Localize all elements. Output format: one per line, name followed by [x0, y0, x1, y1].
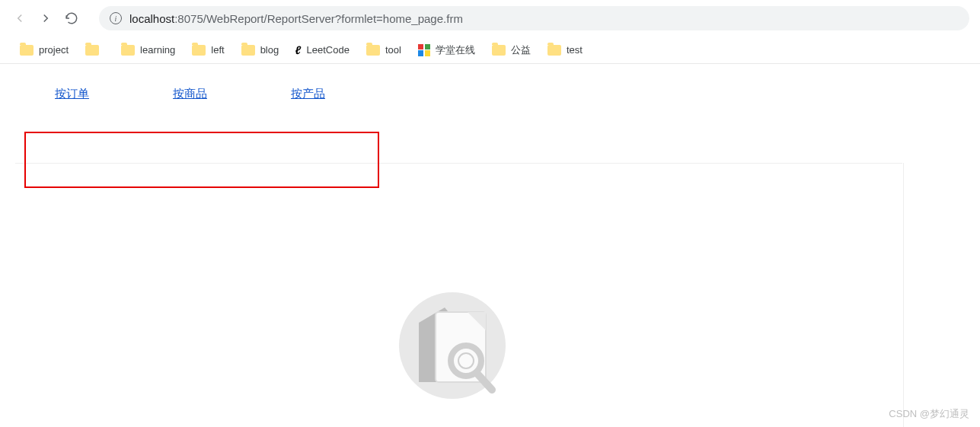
bookmark-tool[interactable]: tool — [362, 41, 406, 59]
url-host: localhost — [129, 12, 174, 25]
tab-by-product[interactable]: 按产品 — [291, 87, 325, 101]
reload-icon — [65, 11, 78, 25]
url-rest: :8075/WebReport/ReportServer?formlet=hom… — [174, 12, 463, 25]
bookmark-label: 公益 — [511, 43, 531, 57]
xuetang-icon — [418, 44, 430, 56]
bookmark-project[interactable]: project — [15, 41, 73, 59]
arrow-right-icon — [39, 11, 53, 25]
bookmark-label: learning — [140, 44, 175, 56]
highlight-box — [24, 132, 379, 188]
browser-toolbar: i localhost:8075/WebReport/ReportServer?… — [0, 0, 980, 37]
folder-icon — [20, 45, 34, 56]
arrow-left-icon — [13, 11, 27, 25]
tab-row: 按订单 按商品 按产品 — [0, 87, 980, 101]
folder-icon — [547, 45, 561, 56]
bookmark-label: test — [567, 44, 583, 56]
folder-icon — [366, 45, 380, 56]
bookmark-label: blog — [260, 44, 279, 56]
bookmark-test[interactable]: test — [543, 41, 587, 59]
folder-icon — [492, 45, 506, 56]
empty-state: 数据没有内容 — [0, 285, 904, 427]
bookmark-blog[interactable]: blog — [237, 41, 284, 59]
folder-icon — [241, 45, 255, 56]
bookmarks-bar: project learning left blog ℓLeetCode too… — [0, 37, 980, 64]
bookmark-label: LeetCode — [307, 44, 350, 56]
reload-button[interactable] — [62, 9, 81, 27]
url-text: localhost:8075/WebReport/ReportServer?fo… — [129, 12, 463, 25]
tab-by-order[interactable]: 按订单 — [55, 87, 89, 101]
bookmark-label: project — [39, 44, 69, 56]
bookmark-label: 学堂在线 — [436, 43, 475, 57]
watermark: CSDN @梦幻通灵 — [889, 407, 969, 421]
folder-icon — [192, 45, 206, 56]
bookmark-gongyi[interactable]: 公益 — [487, 40, 535, 60]
address-bar[interactable]: i localhost:8075/WebReport/ReportServer?… — [99, 6, 969, 30]
bookmark-learning[interactable]: learning — [117, 41, 180, 59]
folder-icon — [85, 45, 99, 56]
leetcode-icon: ℓ — [295, 43, 302, 56]
bookmark-label: tool — [385, 44, 401, 56]
bookmark-unnamed[interactable] — [81, 42, 109, 59]
folder-icon — [121, 45, 135, 56]
forward-button[interactable] — [37, 9, 55, 27]
bookmark-label: left — [211, 44, 224, 56]
tab-by-commodity[interactable]: 按商品 — [173, 87, 207, 101]
bookmark-left[interactable]: left — [187, 41, 228, 59]
bookmark-leetcode[interactable]: ℓLeetCode — [291, 40, 354, 59]
empty-state-icon — [391, 285, 513, 406]
info-icon: i — [110, 12, 122, 24]
page-content: 按订单 按商品 按产品 数据没有内容 — [0, 64, 980, 101]
back-button[interactable] — [11, 9, 29, 27]
bookmark-xuetang[interactable]: 学堂在线 — [413, 40, 480, 60]
